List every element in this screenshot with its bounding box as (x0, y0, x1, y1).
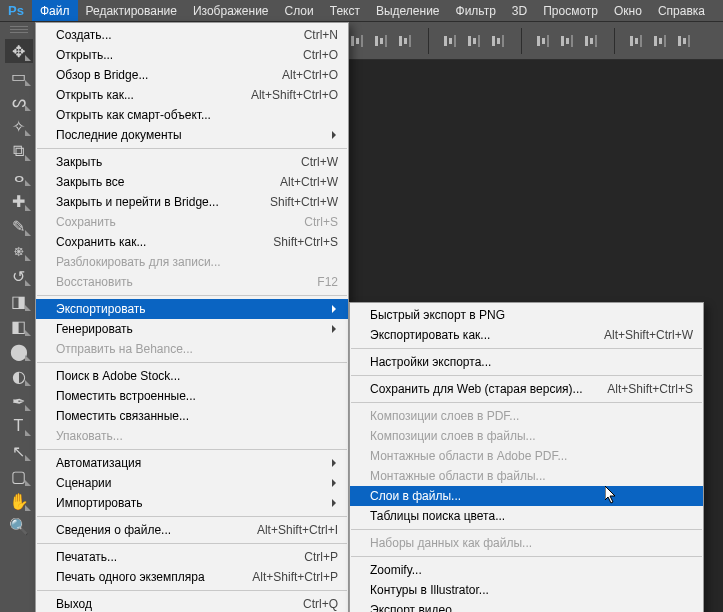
palette-grip-icon[interactable] (10, 26, 28, 34)
gradient-tool[interactable]: ◧ (5, 314, 33, 338)
dodge-tool[interactable]: ◐ (5, 364, 33, 388)
file-menu-item-1[interactable]: Открыть...Ctrl+O (36, 45, 348, 65)
clone-stamp-tool[interactable]: ⎈ (5, 239, 33, 263)
menu-текст[interactable]: Текст (322, 0, 368, 21)
align-center-h-icon[interactable] (370, 30, 392, 52)
file-menu-item-0[interactable]: Создать...Ctrl+N (36, 25, 348, 45)
path-selection-tool[interactable]: ↖ (5, 439, 33, 463)
svg-rect-27 (630, 36, 633, 46)
distribute-v-icon[interactable] (556, 30, 578, 52)
hand-tool[interactable]: ✋ (5, 489, 33, 513)
menu-3d[interactable]: 3D (504, 0, 535, 21)
menu-выделение[interactable]: Выделение (368, 0, 448, 21)
marquee-tool[interactable]: ▭ (5, 64, 33, 88)
file-menu-item-22: Упаковать... (36, 426, 348, 446)
svg-rect-6 (399, 36, 402, 46)
eyedropper-tool[interactable]: ⴰ (5, 164, 33, 188)
file-menu-item-shortcut: Ctrl+Q (293, 597, 338, 611)
healing-brush-tool[interactable]: ✚ (5, 189, 33, 213)
file-menu-item-shortcut: Alt+Shift+Ctrl+P (242, 570, 338, 584)
file-menu-item-21[interactable]: Поместить связанные... (36, 406, 348, 426)
file-menu-item-7[interactable]: ЗакрытьCtrl+W (36, 152, 348, 172)
menu-файл[interactable]: Файл (32, 0, 78, 21)
brush-tool[interactable]: ✎ (5, 214, 33, 238)
file-menu-item-3[interactable]: Открыть как...Alt+Shift+Ctrl+O (36, 85, 348, 105)
magic-wand-tool[interactable]: ✧ (5, 114, 33, 138)
export-submenu-item-18[interactable]: Экспорт видео... (350, 600, 703, 612)
file-menu-item-33[interactable]: ВыходCtrl+Q (36, 594, 348, 612)
file-menu-item-label: Сведения о файле... (56, 523, 247, 537)
file-menu-item-15[interactable]: Экспортировать (36, 299, 348, 319)
file-menu-item-31[interactable]: Печать одного экземпляраAlt+Shift+Ctrl+P (36, 567, 348, 587)
align-bottom-icon[interactable] (487, 30, 509, 52)
menu-окно[interactable]: Окно (606, 0, 650, 21)
menu-фильтр[interactable]: Фильтр (448, 0, 504, 21)
file-menu-item-20[interactable]: Поместить встроенные... (36, 386, 348, 406)
distribute-spacing-v-icon[interactable] (649, 30, 671, 52)
file-menu-item-shortcut: Alt+Ctrl+W (270, 175, 338, 189)
file-menu-item-label: Сохранить (56, 215, 294, 229)
export-submenu-item-1[interactable]: Экспортировать как...Alt+Shift+Ctrl+W (350, 325, 703, 345)
eraser-tool[interactable]: ◨ (5, 289, 33, 313)
lasso-tool[interactable]: ᔕ (5, 89, 33, 113)
export-submenu-item-label: Композиции слоев в PDF... (370, 409, 693, 423)
menu-просмотр[interactable]: Просмотр (535, 0, 606, 21)
file-menu-item-30[interactable]: Печатать...Ctrl+P (36, 547, 348, 567)
blur-tool[interactable]: ⬤ (5, 339, 33, 363)
export-submenu-item-12[interactable]: Таблицы поиска цвета... (350, 506, 703, 526)
pen-tool[interactable]: ✒ (5, 389, 33, 413)
export-submenu-item-17[interactable]: Контуры в Illustrator... (350, 580, 703, 600)
export-submenu-item-shortcut: Alt+Shift+Ctrl+W (594, 328, 693, 342)
file-menu-item-shortcut: Alt+Shift+Ctrl+I (247, 523, 338, 537)
move-tool[interactable]: ✥ (5, 39, 33, 63)
file-menu-item-shortcut: Alt+Ctrl+O (272, 68, 338, 82)
export-submenu-item-3[interactable]: Настройки экспорта... (350, 352, 703, 372)
file-menu-item-16[interactable]: Генерировать (36, 319, 348, 339)
file-menu-item-24[interactable]: Автоматизация (36, 453, 348, 473)
distribute-spacing-3-icon[interactable] (673, 30, 695, 52)
align-left-icon[interactable] (346, 30, 368, 52)
crop-tool[interactable]: ⧉ (5, 139, 33, 163)
svg-rect-1 (356, 38, 359, 44)
menu-справка[interactable]: Справка (650, 0, 713, 21)
svg-rect-28 (635, 38, 638, 44)
file-menu-item-label: Отправить на Behance... (56, 342, 338, 356)
file-menu-item-26[interactable]: Импортировать (36, 493, 348, 513)
export-submenu-item-0[interactable]: Быстрый экспорт в PNG (350, 305, 703, 325)
distribute-h-icon[interactable] (532, 30, 554, 52)
file-menu-item-label: Закрыть и перейти в Bridge... (56, 195, 260, 209)
menu-изображение[interactable]: Изображение (185, 0, 277, 21)
svg-rect-14 (478, 35, 480, 47)
svg-rect-26 (595, 35, 597, 47)
align-top-icon[interactable] (439, 30, 461, 52)
export-submenu-item-label: Наборы данных как файлы... (370, 536, 693, 550)
history-brush-tool[interactable]: ↺ (5, 264, 33, 288)
file-menu-item-8[interactable]: Закрыть всеAlt+Ctrl+W (36, 172, 348, 192)
align-right-icon[interactable] (394, 30, 416, 52)
export-submenu-item-11[interactable]: Слои в файлы... (350, 486, 703, 506)
file-menu-item-25[interactable]: Сценарии (36, 473, 348, 493)
file-menu-item-label: Генерировать (56, 322, 338, 336)
file-menu-item-19[interactable]: Поиск в Adobe Stock... (36, 366, 348, 386)
export-submenu-item-5[interactable]: Сохранить для Web (старая версия)...Alt+… (350, 379, 703, 399)
menu-редактирование[interactable]: Редактирование (78, 0, 185, 21)
zoom-tool[interactable]: 🔍 (5, 514, 33, 538)
rectangle-tool[interactable]: ▢ (5, 464, 33, 488)
file-menu-item-4[interactable]: Открыть как смарт-объект... (36, 105, 348, 125)
svg-rect-9 (444, 36, 447, 46)
type-tool[interactable]: T (5, 414, 33, 438)
file-menu-item-9[interactable]: Закрыть и перейти в Bridge...Shift+Ctrl+… (36, 192, 348, 212)
file-menu-item-5[interactable]: Последние документы (36, 125, 348, 145)
align-center-v-icon[interactable] (463, 30, 485, 52)
svg-rect-22 (566, 38, 569, 44)
distribute-h2-icon[interactable] (580, 30, 602, 52)
menu-слои[interactable]: Слои (277, 0, 322, 21)
distribute-spacing-h-icon[interactable] (625, 30, 647, 52)
export-submenu-item-label: Zoomify... (370, 563, 693, 577)
svg-rect-7 (404, 38, 407, 44)
file-menu-item-2[interactable]: Обзор в Bridge...Alt+Ctrl+O (36, 65, 348, 85)
file-menu-item-shortcut: Ctrl+P (294, 550, 338, 564)
file-menu-item-11[interactable]: Сохранить как...Shift+Ctrl+S (36, 232, 348, 252)
file-menu-item-28[interactable]: Сведения о файле...Alt+Shift+Ctrl+I (36, 520, 348, 540)
export-submenu-item-16[interactable]: Zoomify... (350, 560, 703, 580)
